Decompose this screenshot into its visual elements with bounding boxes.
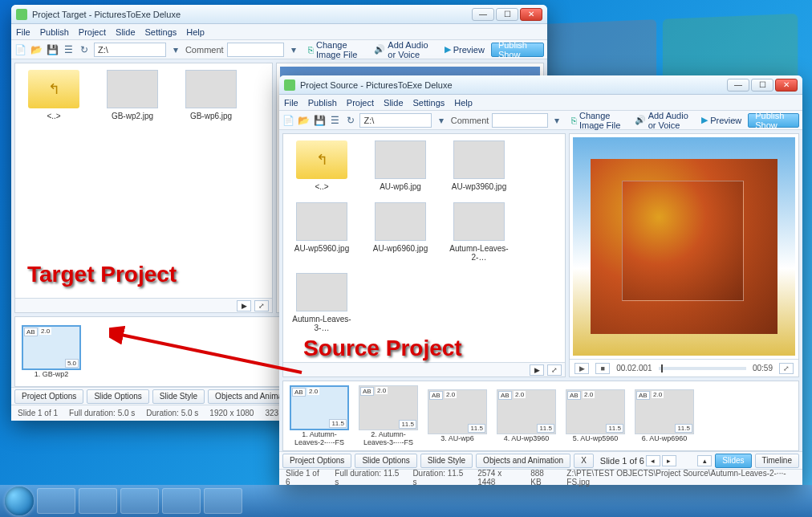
path-field[interactable]: Z:\ [359,113,432,128]
preview-action[interactable]: ▶Preview [445,44,485,55]
comment-field[interactable] [227,43,285,57]
slide-thumb[interactable]: AB 2.0 5.0 1. GB-wp2 [22,325,81,378]
new-icon[interactable]: 📄 [282,113,294,128]
menu-slide[interactable]: Slide [384,98,403,108]
task-item[interactable] [37,488,75,514]
slide-thumb[interactable]: AB2.011.5 5. AU-wp5960 [566,389,625,442]
status-resolution: 1920 x 1080 [209,409,254,417]
next-slide-icon[interactable]: ▸ [662,455,676,466]
comment-field[interactable] [492,113,547,128]
play-button[interactable]: ▶ [574,363,589,374]
menu-help[interactable]: Help [186,27,205,37]
project-options-button[interactable]: Project Options [14,389,83,404]
collapse-icon[interactable]: ▴ [697,455,712,466]
task-item[interactable] [204,488,242,514]
file-thumb[interactable]: AU-wp5960.jpg [290,202,354,262]
slide-options-button[interactable]: Slide Options [87,389,148,404]
menu-file[interactable]: File [16,27,30,37]
bottom-bar: Project Options Slide Options Slide Styl… [279,451,802,469]
slide-thumb[interactable]: AB2.011.5 1. Autumn-Leaves-2-···-FS [290,385,349,446]
file-thumb[interactable]: AU-wp6.jpg [368,140,432,191]
file-thumb[interactable]: Autumn-Leaves-2-… [447,202,511,262]
open-icon[interactable]: 📂 [30,43,43,57]
menu-help[interactable]: Help [454,98,473,108]
status-slide: Slide 1 of 1 [18,409,58,417]
tree-icon[interactable]: ☰ [329,113,341,128]
titlebar[interactable]: Project Source - PicturesToExe Deluxe — … [279,75,802,95]
folder-up[interactable]: <..> [22,70,86,120]
file-thumb[interactable]: AU-wp3960.jpg [447,140,511,191]
project-options-button[interactable]: Project Options [282,454,351,468]
expand-icon[interactable]: ⤢ [547,364,562,376]
path-field[interactable]: Z:\ [94,43,166,57]
slide-thumb[interactable]: AB2.011.5 3. AU-wp6 [428,389,487,442]
menu-file[interactable]: File [284,98,298,108]
timeline-tab[interactable]: Timeline [755,454,799,468]
menu-project[interactable]: Project [79,27,106,37]
slide-thumb[interactable]: AB2.011.5 2. Autumn-Leaves-3-···-FS [359,385,418,446]
file-thumb[interactable]: GB-wp2.jpg [100,70,164,120]
stop-button[interactable]: ■ [595,363,610,374]
slide-style-button[interactable]: Slide Style [420,454,473,468]
change-image-action[interactable]: ⎘Change Image File [571,111,628,130]
add-audio-action[interactable]: 🔊Add Audio or Voice [635,111,696,130]
open-icon[interactable]: 📂 [298,113,310,128]
maximize-button[interactable]: ☐ [751,79,773,92]
menu-settings[interactable]: Settings [413,98,445,108]
task-item[interactable] [162,488,201,514]
slide-thumb[interactable]: AB2.011.5 6. AU-wp6960 [635,389,694,442]
play-icon[interactable]: ▶ [237,300,251,311]
thumbnail-image [185,70,237,108]
expand-icon[interactable]: ⤢ [254,300,269,311]
add-audio-action[interactable]: 🔊Add Audio or Voice [374,40,437,59]
comment-label: Comment [185,45,224,55]
menu-project[interactable]: Project [347,98,374,108]
maximize-button[interactable]: ☐ [496,8,518,21]
minimize-button[interactable]: — [472,8,494,21]
minimize-button[interactable]: — [727,79,749,92]
window-title: Project Target - PicturesToExe Deluxe [32,10,467,19]
x-button[interactable]: X [574,454,594,468]
menu-settings[interactable]: Settings [145,27,177,37]
file-thumb[interactable]: Autumn-Leaves-3-… [290,273,354,332]
save-icon[interactable]: 💾 [47,43,59,57]
slide-nav-label: Slide 1 of 6 [600,456,644,466]
new-icon[interactable]: 📄 [14,43,27,57]
close-button[interactable]: ✕ [775,79,798,92]
dropdown-icon[interactable]: ▾ [169,43,182,57]
refresh-icon[interactable]: ↻ [78,43,91,57]
publish-button[interactable]: Publish Show [491,43,544,57]
refresh-icon[interactable]: ↻ [344,113,356,128]
thumbnail-image [107,70,158,108]
file-thumb[interactable]: GB-wp6.jpg [179,70,243,120]
objects-animation-button[interactable]: Objects and Animation [476,454,570,468]
menu-slide[interactable]: Slide [116,27,135,37]
slide-options-button[interactable]: Slide Options [355,454,416,468]
fullscreen-icon[interactable]: ⤢ [779,363,794,374]
prev-slide-icon[interactable]: ◂ [646,455,660,466]
dropdown-icon[interactable]: ▾ [435,113,447,128]
slide-thumb[interactable]: AB2.011.5 4. AU-wp3960 [497,389,556,442]
status-full-duration: Full duration: 5.0 s [69,409,135,417]
task-item[interactable] [79,488,117,514]
start-button[interactable] [5,486,34,515]
preview-action[interactable]: ▶Preview [701,115,741,125]
slide-style-button[interactable]: Slide Style [152,389,205,404]
file-thumb[interactable]: AU-wp6960.jpg [368,202,432,262]
slides-tab[interactable]: Slides [715,454,751,468]
comment-drop-icon[interactable]: ▾ [287,43,300,57]
toolbar: 📄 📂 💾 ☰ ↻ Z:\ ▾ Comment ▾ ⎘Change Image … [11,40,547,59]
folder-up[interactable]: <..> [290,140,354,191]
task-item[interactable] [120,488,159,514]
menu-publish[interactable]: Publish [40,27,69,37]
menu-publish[interactable]: Publish [308,98,337,108]
window-title: Project Source - PicturesToExe Deluxe [300,80,722,90]
comment-drop-icon[interactable]: ▾ [551,113,563,128]
close-button[interactable]: ✕ [520,8,542,21]
play-icon[interactable]: ▶ [530,364,544,376]
titlebar[interactable]: Project Target - PicturesToExe Deluxe — … [11,5,547,24]
change-image-action[interactable]: ⎘Change Image File [308,40,367,59]
publish-button[interactable]: Publish Show [748,113,799,128]
save-icon[interactable]: 💾 [314,113,326,128]
tree-icon[interactable]: ☰ [62,43,75,57]
